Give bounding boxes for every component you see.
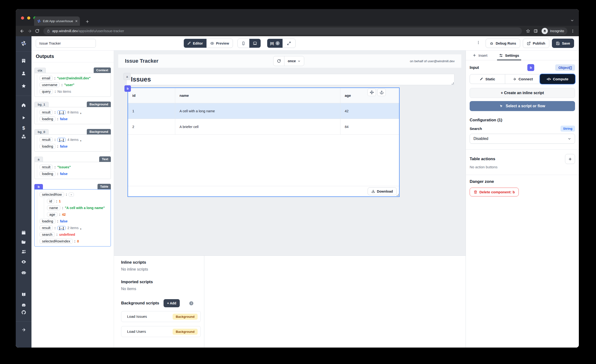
table-component-b[interactable]: b id name age bbox=[127, 88, 400, 197]
close-tab-icon[interactable] bbox=[75, 20, 78, 23]
anchor-component-button[interactable] bbox=[377, 89, 386, 96]
rail-user-icon[interactable] bbox=[16, 71, 31, 76]
json-debug-button[interactable]: |0| i bbox=[267, 39, 283, 48]
rail-workspace-icon[interactable] bbox=[16, 58, 31, 63]
table-row[interactable]: 2 A briefer cell 84 bbox=[128, 119, 399, 135]
refresh-button[interactable] bbox=[273, 56, 284, 66]
rail-docs-book-icon[interactable] bbox=[16, 292, 31, 297]
browser-tab[interactable]: Edit App u/user/issue-tracker | bbox=[34, 16, 80, 26]
array-expander[interactable]: [...] bbox=[57, 226, 66, 230]
add-background-script-button[interactable]: + Add bbox=[164, 299, 180, 307]
rail-ai-robot-icon[interactable] bbox=[16, 270, 31, 275]
output-key[interactable]: selectedRowIndex bbox=[40, 239, 73, 244]
tab-search-chevron-icon[interactable] bbox=[570, 19, 574, 22]
rail-variables-icon[interactable]: $ bbox=[16, 125, 31, 131]
search-mode-select[interactable]: Disabled bbox=[470, 134, 575, 144]
editor-preview-toggle: Editor Preview bbox=[184, 39, 233, 48]
forward-button[interactable] bbox=[26, 27, 33, 35]
editor-tab[interactable]: Editor bbox=[184, 39, 207, 48]
output-key[interactable]: loading bbox=[40, 144, 56, 149]
background-script-item[interactable]: Load Users Background bbox=[121, 326, 201, 337]
output-key[interactable]: result bbox=[40, 225, 53, 230]
back-button[interactable] bbox=[18, 27, 26, 35]
rail-favorites-star-icon[interactable] bbox=[16, 83, 31, 89]
section-id-chip[interactable]: a bbox=[34, 157, 43, 162]
new-tab-button[interactable] bbox=[85, 20, 89, 24]
output-key[interactable]: name bbox=[47, 206, 60, 210]
move-component-button[interactable] bbox=[368, 89, 376, 96]
rail-resources-icon[interactable] bbox=[16, 134, 31, 139]
windmill-logo-icon[interactable] bbox=[16, 40, 31, 46]
delete-component-button[interactable]: Delete component: b bbox=[470, 188, 519, 196]
component-a-chip[interactable]: a bbox=[124, 73, 131, 80]
output-key[interactable]: loading bbox=[40, 171, 56, 176]
section-id-chip[interactable]: bg_1 bbox=[34, 102, 49, 107]
section-id-chip[interactable]: ctx bbox=[34, 68, 46, 73]
output-key[interactable]: loading bbox=[40, 117, 56, 121]
add-table-action-button[interactable] bbox=[565, 154, 575, 164]
compute-mode-button[interactable]: </> Compute bbox=[540, 74, 575, 84]
output-key[interactable]: result bbox=[40, 165, 53, 170]
resize-handle[interactable] bbox=[452, 82, 454, 84]
output-key[interactable]: query bbox=[40, 89, 53, 94]
tab-settings[interactable]: Settings bbox=[499, 51, 519, 60]
text-component-a[interactable]: a Issues bbox=[126, 74, 454, 85]
background-script-item[interactable]: Load Issues Background bbox=[121, 311, 201, 322]
table-row-selected[interactable]: 1 A cell with a long name 42 bbox=[128, 103, 399, 119]
publish-button[interactable]: Publish bbox=[523, 39, 549, 48]
rail-schedules-icon[interactable] bbox=[16, 230, 31, 235]
tab-insert[interactable]: Insert bbox=[472, 51, 488, 60]
collapse-toggle[interactable]: - bbox=[69, 193, 74, 197]
output-key[interactable]: id bbox=[47, 199, 54, 204]
download-button[interactable]: Download bbox=[368, 187, 397, 195]
incognito-icon bbox=[542, 28, 548, 34]
section-id-chip[interactable]: b bbox=[34, 184, 43, 189]
section-id-chip[interactable]: bg_0 bbox=[34, 129, 49, 134]
array-expander[interactable]: [...] bbox=[57, 110, 66, 114]
more-options-button[interactable] bbox=[476, 41, 480, 45]
minimize-window-button[interactable] bbox=[27, 16, 30, 20]
rail-runs-icon[interactable] bbox=[16, 116, 31, 120]
rail-home-icon[interactable] bbox=[16, 103, 31, 108]
output-key[interactable]: email bbox=[40, 76, 53, 81]
output-key[interactable]: search bbox=[40, 232, 55, 237]
rail-collapse-arrow-icon[interactable] bbox=[16, 327, 31, 332]
desktop-view-button[interactable] bbox=[249, 39, 261, 48]
app-canvas[interactable]: Issue Tracker once on behalf of bbox=[114, 51, 466, 256]
output-key[interactable]: result bbox=[40, 137, 53, 142]
run-mode-dropdown[interactable]: once bbox=[284, 56, 304, 66]
incognito-badge: Incognito bbox=[541, 27, 567, 35]
save-button[interactable]: Save bbox=[552, 39, 574, 48]
static-mode-button[interactable]: Static bbox=[470, 74, 505, 84]
rail-github-icon[interactable] bbox=[16, 310, 31, 315]
output-key[interactable]: loading bbox=[40, 219, 56, 223]
debug-runs-button[interactable]: Debug Runs bbox=[486, 39, 520, 48]
rail-discord-icon[interactable] bbox=[16, 303, 31, 308]
bookmark-star-button[interactable] bbox=[524, 27, 532, 35]
output-section-bg1: bg_1 Background result: [...] 8 items , bbox=[34, 100, 111, 124]
rail-audit-eye-icon[interactable] bbox=[16, 259, 31, 264]
rail-groups-icon[interactable] bbox=[16, 249, 31, 254]
url-bar[interactable]: app.windmill.dev/apps/edit/u/user/issue-… bbox=[43, 27, 522, 35]
output-key[interactable]: age bbox=[47, 212, 58, 217]
select-script-button[interactable]: Select a script or flow bbox=[470, 101, 575, 111]
reload-button[interactable] bbox=[33, 27, 41, 35]
preview-tab[interactable]: Preview bbox=[207, 39, 233, 48]
side-panel-button[interactable] bbox=[532, 27, 539, 35]
output-key[interactable]: selectedRow bbox=[40, 192, 64, 197]
output-key[interactable]: username bbox=[40, 82, 60, 87]
browser-menu-button[interactable] bbox=[569, 27, 576, 35]
mobile-view-button[interactable] bbox=[238, 39, 249, 48]
column-header[interactable]: name bbox=[175, 88, 340, 103]
connect-mode-button[interactable]: Connect bbox=[505, 74, 540, 84]
resize-handle[interactable] bbox=[396, 194, 399, 196]
app-name-input[interactable] bbox=[36, 39, 96, 48]
component-b-chip[interactable]: b bbox=[124, 85, 131, 92]
output-key[interactable]: result bbox=[40, 110, 53, 115]
fullscreen-button[interactable] bbox=[283, 39, 295, 48]
create-inline-script-button[interactable]: + Create an inline script bbox=[470, 88, 575, 98]
array-expander[interactable]: [...] bbox=[57, 138, 66, 142]
rail-folders-icon[interactable] bbox=[16, 240, 31, 245]
column-header[interactable]: id bbox=[128, 88, 175, 103]
close-window-button[interactable] bbox=[21, 16, 24, 20]
